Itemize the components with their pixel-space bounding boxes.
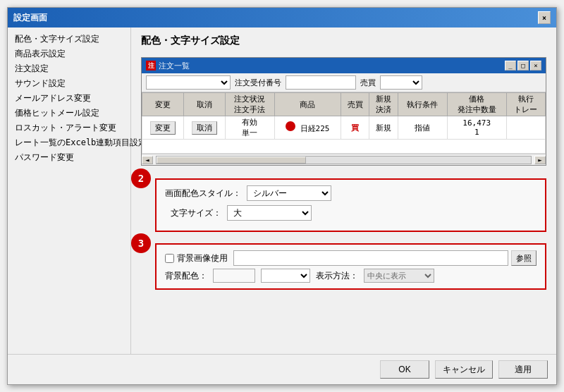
- bg-image-label: 背景画像使用: [177, 252, 228, 264]
- bg-image-row: 背景画像使用 参照: [165, 250, 537, 266]
- h-scrollbar[interactable]: [156, 156, 532, 164]
- sidebar-item-excel[interactable]: レート一覧のExcelb連動項目設定: [11, 135, 128, 150]
- col-price: 価格発注中数量: [447, 93, 506, 116]
- close-button[interactable]: ×: [538, 11, 551, 24]
- dialog-footer: OK キャンセル 適用: [8, 354, 556, 384]
- table-row: 変更 取消 有効単一 日経225 買: [142, 116, 546, 140]
- section3: 背景画像使用 参照 背景配色： 表示方法： 中央: [155, 243, 546, 290]
- h-scrollbar-area: ◄ ►: [142, 154, 546, 165]
- font-size-label: 文字サイズ：: [165, 207, 221, 219]
- sidebar-item-order[interactable]: 注文設定: [11, 61, 128, 76]
- table-row-empty: [142, 140, 546, 154]
- cell-change: 変更: [142, 116, 184, 140]
- font-size-row: 文字サイズ： 小 中 大: [165, 205, 537, 221]
- cell-product: 日経225: [274, 116, 341, 140]
- cell-baibai: 買: [341, 116, 369, 140]
- display-method-label: 表示方法：: [316, 270, 358, 282]
- color-style-dropdown[interactable]: シルバー ブルー ダーク: [247, 185, 331, 201]
- display-method-dropdown[interactable]: 中央に表示 タイル表示 ストレッチ: [364, 269, 434, 283]
- sidebar-item-price-hit[interactable]: 価格ヒットメール設定: [11, 106, 128, 121]
- dialog-title: 設定画面: [13, 12, 47, 24]
- main-title: 配色・文字サイズ設定: [141, 35, 546, 47]
- col-shinki: 新規決済: [369, 93, 398, 116]
- font-size-dropdown[interactable]: 小 中 大: [227, 205, 312, 221]
- col-product: 商品: [274, 93, 341, 116]
- sidebar-item-email[interactable]: メールアドレス変更: [11, 91, 128, 106]
- inner-window-title-text: 注文一覧: [159, 61, 190, 71]
- dialog-body: 配色・文字サイズ設定 商品表示設定 注文設定 サウンド設定 メールアドレス変更 …: [8, 27, 556, 354]
- col-status: 注文状況注文手法: [226, 93, 275, 116]
- main-content: 配色・文字サイズ設定 注 注文一覧 _ □ ×: [131, 27, 556, 354]
- order-table-container: 変更 取消 注文状況注文手法 商品 売買 新規決済 執行条件 価格発注中数量 執…: [142, 92, 546, 154]
- sidebar: 配色・文字サイズ設定 商品表示設定 注文設定 サウンド設定 メールアドレス変更 …: [8, 27, 131, 354]
- cancel-button[interactable]: キャンセル: [435, 360, 493, 379]
- sidebar-item-color-font[interactable]: 配色・文字サイズ設定: [11, 32, 128, 47]
- col-cancel: 取消: [184, 93, 226, 116]
- bg-image-path-input[interactable]: [233, 250, 508, 266]
- order-number-label: 注文受付番号: [235, 78, 281, 88]
- order-list-window: 注 注文一覧 _ □ × 注文受付番号 売買: [141, 57, 546, 166]
- sidebar-item-losscut[interactable]: ロスカット・アラート変更: [11, 121, 128, 135]
- bg-color-dropdown[interactable]: [261, 269, 310, 283]
- cell-cancel: 取消: [184, 116, 226, 140]
- inner-maximize-btn[interactable]: □: [517, 61, 529, 71]
- inner-title-bar: 注 注文一覧 _ □ ×: [142, 58, 546, 73]
- scroll-left-btn[interactable]: ◄: [142, 156, 153, 164]
- inner-window-icon: 注: [146, 61, 156, 71]
- inner-window-title: 注 注文一覧: [146, 61, 190, 71]
- section3-badge: 3: [131, 233, 151, 253]
- cell-exec: [506, 116, 545, 140]
- order-table: 変更 取消 注文状況注文手法 商品 売買 新規決済 執行条件 価格発注中数量 執…: [142, 92, 546, 154]
- baibai-label: 売買: [360, 78, 376, 88]
- order-number-input[interactable]: [286, 75, 356, 90]
- sidebar-item-password[interactable]: パスワード変更: [11, 150, 128, 165]
- section2-badge: 2: [131, 169, 151, 188]
- cell-price: 16,4731: [447, 116, 506, 140]
- col-change: 変更: [142, 93, 184, 116]
- sidebar-item-sound[interactable]: サウンド設定: [11, 76, 128, 91]
- cancel-order-button[interactable]: 取消: [192, 121, 217, 135]
- bg-image-checkbox[interactable]: [165, 254, 174, 263]
- inner-minimize-btn[interactable]: _: [505, 61, 516, 71]
- baibai-dropdown[interactable]: [380, 75, 422, 90]
- color-style-row: 画面配色スタイル： シルバー ブルー ダーク: [165, 185, 537, 201]
- inner-close-btn[interactable]: ×: [530, 61, 541, 71]
- color-style-label: 画面配色スタイル：: [165, 188, 241, 200]
- cell-shikko: 指値: [398, 116, 448, 140]
- scroll-right-btn[interactable]: ►: [534, 156, 546, 164]
- col-shikko: 執行条件: [398, 93, 448, 116]
- title-bar: 設定画面 ×: [8, 8, 556, 27]
- title-bar-controls: ×: [538, 11, 551, 24]
- col-exec: 執行トレー: [506, 93, 545, 116]
- color-preview: [213, 269, 255, 283]
- sidebar-item-product-display[interactable]: 商品表示設定: [11, 47, 128, 61]
- change-button[interactable]: 変更: [150, 121, 176, 135]
- cell-shinki: 新規: [369, 116, 398, 140]
- section2-wrapper: 2 画面配色スタイル： シルバー ブルー ダーク 文字サイズ：: [141, 178, 546, 232]
- inner-toolbar: 注文受付番号 売買: [142, 73, 546, 92]
- browse-button[interactable]: 参照: [511, 250, 537, 266]
- apply-button[interactable]: 適用: [498, 360, 548, 379]
- section2: 画面配色スタイル： シルバー ブルー ダーク 文字サイズ： 小 中: [155, 178, 546, 232]
- bg-color-row: 背景配色： 表示方法： 中央に表示 タイル表示 ストレッチ: [165, 269, 537, 283]
- col-baibai: 売買: [341, 93, 369, 116]
- cell-status: 有効単一: [226, 116, 275, 140]
- ok-button[interactable]: OK: [380, 360, 429, 379]
- category-dropdown[interactable]: [146, 75, 231, 90]
- bg-color-label: 背景配色：: [165, 270, 207, 282]
- sections-wrapper: 2 画面配色スタイル： シルバー ブルー ダーク 文字サイズ：: [141, 178, 546, 290]
- flag-icon: [286, 121, 295, 131]
- section3-wrapper: 3 背景画像使用 参照 背景配色：: [141, 243, 546, 290]
- inner-window-controls: _ □ ×: [505, 61, 541, 71]
- settings-dialog: 設定画面 × 配色・文字サイズ設定 商品表示設定 注文設定 サウンド設定 メール…: [7, 7, 557, 385]
